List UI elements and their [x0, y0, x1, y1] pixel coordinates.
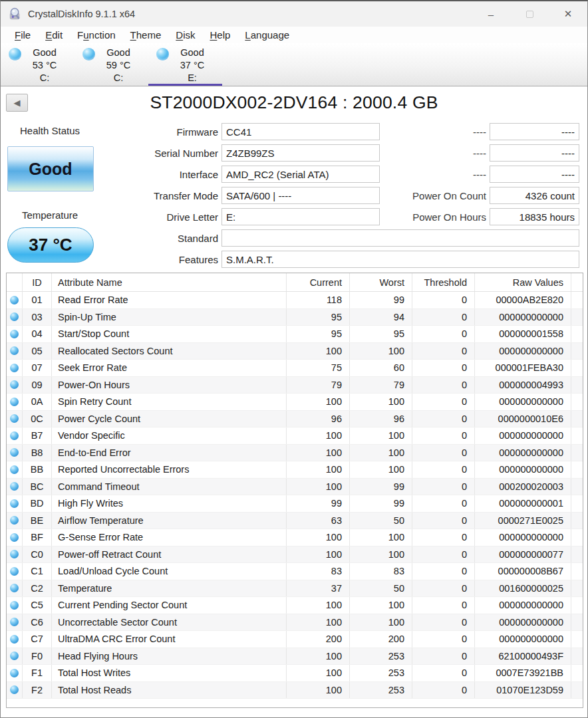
cell-status: [7, 513, 23, 529]
header-worst: Worst: [350, 273, 412, 291]
menu-item-language[interactable]: Language: [237, 29, 297, 41]
menu-item-function[interactable]: Function: [70, 29, 123, 41]
cell-attribute-name: Reported Uncorrectable Errors: [52, 461, 287, 478]
field-value[interactable]: SATA/600 | ----: [221, 187, 380, 204]
cell-attribute-name: Power-On Hours: [52, 377, 287, 394]
cell-current: 100: [287, 445, 350, 461]
drive-tab-1[interactable]: Good53 °CC:: [1, 43, 74, 86]
cell-id: BD: [23, 495, 52, 512]
health-status-button[interactable]: Good: [7, 146, 94, 191]
table-row: C6Uncorrectable Sector Count100100000000…: [7, 614, 583, 632]
cell-current: 100: [287, 529, 350, 546]
maximize-button[interactable]: [510, 1, 549, 27]
field-value[interactable]: CC41: [221, 123, 380, 140]
cell-id: BF: [23, 529, 52, 546]
drive-letter: C:: [21, 72, 69, 84]
app-icon: [8, 7, 23, 21]
table-row: F2Total Host Reads100253001070E123D59: [7, 682, 583, 699]
cell-threshold: 0: [412, 529, 475, 546]
cell-raw-values: 000000000000: [475, 631, 571, 648]
cell-id: 07: [23, 360, 52, 376]
drive-tab-2[interactable]: Good59 °CC:: [74, 43, 148, 86]
minimize-button[interactable]: –: [472, 1, 510, 27]
cell-raw-values: 000000000000: [475, 529, 571, 546]
cell-status: [7, 529, 23, 546]
table-row: C7UltraDMA CRC Error Count20020000000000…: [7, 631, 583, 648]
cell-id: B7: [23, 427, 52, 444]
drive-tab-strip: Good53 °CC:Good59 °CC:Good37 °CE:: [1, 43, 587, 86]
cell-status: [7, 292, 23, 308]
cell-worst: 100: [350, 394, 412, 410]
status-orb-icon: [10, 516, 19, 525]
field-label: ----: [400, 148, 490, 159]
cell-threshold: 0: [412, 614, 475, 631]
cell-trailing: [571, 614, 583, 631]
cell-id: C5: [23, 597, 52, 614]
table-row: BCCommand Timeout100990000200020003: [7, 479, 583, 496]
cell-status: [7, 495, 23, 512]
close-button[interactable]: ✕: [549, 1, 587, 27]
status-orb-icon: [10, 346, 19, 355]
field-value[interactable]: ----: [490, 166, 579, 183]
cell-worst: 200: [350, 631, 412, 648]
cell-id: C7: [23, 631, 52, 648]
cell-threshold: 0: [412, 546, 475, 563]
field-value[interactable]: ----: [490, 144, 579, 162]
right-field-row-4: Power On Count4326 count: [400, 187, 579, 204]
cell-attribute-name: G-Sense Error Rate: [52, 529, 287, 546]
cell-trailing: [571, 513, 583, 529]
title-bar: CrystalDiskInfo 9.1.1 x64 – ✕: [1, 1, 587, 27]
temperature-button[interactable]: 37 °C: [7, 227, 94, 263]
cell-worst: 60: [350, 360, 412, 376]
cell-trailing: [571, 309, 583, 326]
menu-item-theme[interactable]: Theme: [123, 29, 169, 41]
cell-worst: 50: [350, 513, 412, 529]
table-row: 05Reallocated Sectors Count1001000000000…: [7, 343, 583, 360]
field-value[interactable]: E:: [221, 208, 380, 225]
field-value[interactable]: 4326 count: [490, 187, 579, 204]
cell-raw-values: 000000000000: [475, 445, 571, 461]
temperature-label: Temperature: [1, 209, 99, 221]
cell-trailing: [571, 394, 583, 410]
cell-id: C0: [23, 546, 52, 563]
cell-id: B8: [23, 445, 52, 461]
cell-current: 99: [287, 495, 350, 512]
cell-current: 75: [287, 360, 350, 376]
cell-current: 100: [287, 461, 350, 478]
cell-status: [7, 614, 23, 631]
field-value[interactable]: 18835 hours: [490, 208, 579, 225]
menu-item-file[interactable]: File: [7, 29, 38, 41]
menu-item-disk[interactable]: Disk: [168, 29, 202, 41]
cell-id: 05: [23, 343, 52, 360]
cell-trailing: [571, 461, 583, 478]
table-row: 03Spin-Up Time95940000000000000: [7, 309, 583, 326]
field-label: Interface: [134, 169, 221, 180]
cell-current: 95: [287, 309, 350, 326]
cell-worst: 83: [350, 563, 412, 580]
field-value[interactable]: Z4ZB99ZS: [221, 144, 380, 162]
drive-tab-3[interactable]: Good37 °CE:: [148, 43, 222, 86]
field-value[interactable]: S.M.A.R.T.: [221, 251, 579, 268]
right-field-row-2: --------: [400, 144, 579, 162]
status-orb-icon: [10, 533, 19, 542]
status-orb-icon: [10, 380, 19, 389]
cell-id: C2: [23, 580, 52, 597]
menu-item-edit[interactable]: Edit: [38, 29, 70, 41]
menu-item-help[interactable]: Help: [202, 29, 237, 41]
cell-raw-values: 0007E73921BB: [475, 665, 571, 681]
cell-status: [7, 411, 23, 427]
cell-raw-values: 0000271E0025: [475, 513, 571, 529]
status-orb-icon: [10, 550, 19, 558]
cell-trailing: [571, 563, 583, 580]
cell-trailing: [571, 292, 583, 308]
cell-raw-values: 000000000000: [475, 394, 571, 410]
cell-raw-values: 01070E123D59: [475, 682, 571, 699]
cell-status: [7, 665, 23, 681]
cell-current: 83: [287, 563, 350, 580]
cell-raw-values: 62100000493F: [475, 648, 571, 665]
cell-threshold: 0: [412, 665, 475, 681]
drive-status: Good: [168, 47, 216, 59]
field-value[interactable]: AMD_RC2 (Serial ATA): [221, 166, 380, 183]
field-value[interactable]: [221, 229, 579, 247]
field-value[interactable]: ----: [490, 123, 579, 140]
